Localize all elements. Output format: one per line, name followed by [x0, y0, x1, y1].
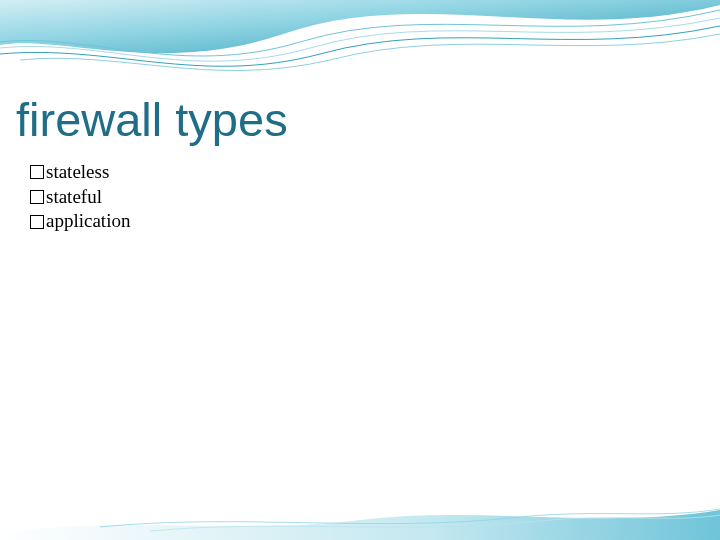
- list-item: stateful: [30, 185, 130, 210]
- bullet-text: application: [46, 209, 130, 234]
- bottom-wave-decoration: [0, 505, 720, 540]
- bullet-text: stateful: [46, 185, 102, 210]
- bullet-box-icon: [30, 215, 44, 229]
- bullet-list: stateless stateful application: [30, 160, 130, 234]
- bullet-box-icon: [30, 190, 44, 204]
- slide-title: firewall types: [16, 92, 288, 147]
- bullet-text: stateless: [46, 160, 109, 185]
- list-item: stateless: [30, 160, 130, 185]
- bullet-box-icon: [30, 165, 44, 179]
- slide: firewall types stateless stateful applic…: [0, 0, 720, 540]
- top-wave-decoration: [0, 0, 720, 90]
- list-item: application: [30, 209, 130, 234]
